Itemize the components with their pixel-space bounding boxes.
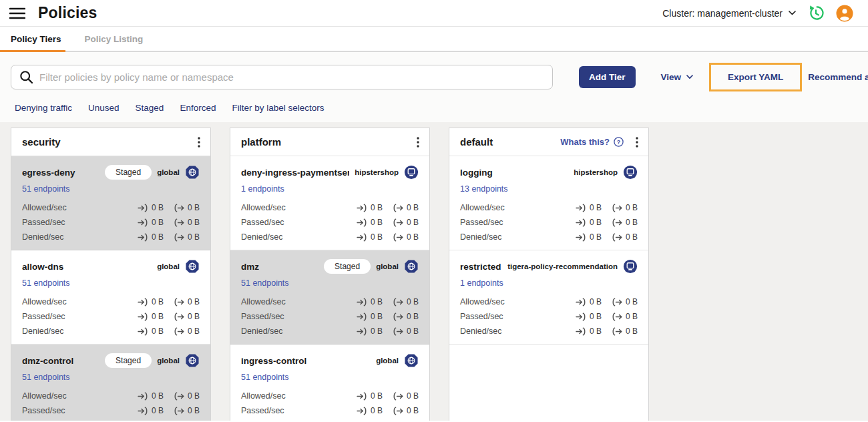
ingress-arrow-icon [357,392,367,401]
policy-name: allow-dns [22,262,152,272]
policy-card[interactable]: restricted tigera-policy-recommendation … [449,250,648,345]
policy-card[interactable]: dmz Staged global 51 endpoints Allowed/s… [230,250,429,345]
policy-search-box[interactable] [11,65,553,89]
policy-stat-row: Allowed/sec 0 B [241,200,419,215]
policy-name: logging [460,168,568,178]
ingress-arrow-icon [138,407,148,415]
tier-cards: deny-ingress-paymentservi… hipstershop 1… [230,156,429,421]
policy-card[interactable]: deny-ingress-paymentservi… hipstershop 1… [230,156,429,250]
ingress-arrow-icon [138,233,148,242]
egress-value: 0 B [188,406,200,415]
endpoints-link[interactable]: 1 endpoints [241,184,284,194]
stat-label: Passed/sec [22,218,65,227]
ingress-value: 0 B [590,312,602,321]
view-dropdown[interactable]: View [661,72,694,82]
user-avatar-icon[interactable] [836,5,853,22]
export-yaml-button[interactable]: Export YAML [711,65,800,89]
endpoints-link[interactable]: 51 endpoints [22,278,70,288]
kebab-menu-icon[interactable] [413,137,423,148]
filter-by-label-selectors[interactable]: Filter by label selectors [232,103,324,113]
stat-label: Denied/sec [22,232,64,242]
active-tab-underline [0,50,65,52]
recommend-policy-button[interactable]: Recommend a Policy [808,72,868,82]
stat-label: Allowed/sec [460,203,505,212]
add-tier-button[interactable]: Add Tier [579,66,636,88]
staged-badge: Staged [324,259,371,274]
endpoints-link[interactable]: 51 endpoints [241,373,289,382]
app-header: Policies Cluster: management-cluster [0,0,868,27]
whats-this-link[interactable]: Whats this? ? [560,137,624,147]
filter-staged[interactable]: Staged [136,103,164,113]
policy-stat-row: Denied/sec 0 B [460,230,638,244]
tab-policy-listing[interactable]: Policy Listing [85,34,144,44]
policy-stats: Allowed/sec 0 B [241,389,419,421]
egress-arrow-icon [612,218,622,227]
ingress-value: 0 B [371,312,383,321]
egress-arrow-icon [393,298,403,306]
endpoints-link[interactable]: 51 endpoints [22,373,70,382]
policy-stat-row: Denied/sec 0 B [241,324,419,339]
ingress-arrow-icon [576,327,586,336]
egress-value: 0 B [407,327,419,336]
endpoints-link[interactable]: 1 endpoints [460,278,503,288]
history-restore-icon[interactable] [807,5,825,22]
policy-card[interactable]: ingress-control global 51 endpoints Allo… [230,345,429,421]
filter-unused[interactable]: Unused [88,103,120,113]
policy-scope: hipstershop [574,168,618,176]
policy-stats: Allowed/sec 0 B [22,294,200,339]
policy-card[interactable]: dmz-control Staged global 51 endpoints A… [11,345,210,421]
tier-name: default [460,136,493,148]
egress-arrow-icon [174,407,184,415]
tier-header: platform [230,128,429,156]
tier-name: security [22,136,61,148]
policy-stats: Allowed/sec 0 B [460,294,638,339]
egress-value: 0 B [407,218,419,227]
policy-stat-row: Allowed/sec 0 B [241,294,419,309]
staged-badge: Staged [105,165,152,180]
tab-policy-tiers[interactable]: Policy Tiers [11,34,61,44]
policy-stat-row: Denied/sec 0 B [22,418,200,421]
export-yaml-highlight: Export YAML [709,63,802,91]
policy-card[interactable]: allow-dns global 51 endpoints Allowed/se… [11,250,210,345]
policy-name: dmz-control [22,356,99,366]
kebab-menu-icon[interactable] [194,137,204,148]
stat-label: Allowed/sec [22,391,67,401]
tab-bar: Policy Tiers Policy Listing [0,27,868,52]
egress-arrow-icon [174,312,184,321]
policy-stat-row: Passed/sec 0 B [460,215,638,230]
kebab-menu-icon[interactable] [632,137,642,148]
policy-card[interactable]: logging hipstershop 13 endpoints Allowed… [449,156,648,250]
cluster-selector[interactable]: Cluster: management-cluster [662,8,796,19]
tier-header: default Whats this? ? [449,128,648,156]
policy-stats: Allowed/sec 0 B [460,200,638,244]
global-scope-icon [185,259,200,274]
menu-icon[interactable] [9,7,25,19]
search-input[interactable] [39,71,546,83]
policy-stat-row: Passed/sec 0 B [241,309,419,324]
endpoints-link[interactable]: 13 endpoints [460,184,508,194]
endpoints-link[interactable]: 51 endpoints [241,278,289,288]
search-icon [19,70,33,84]
ingress-value: 0 B [590,327,602,336]
policy-card[interactable]: egress-deny Staged global 51 endpoints A… [11,156,210,250]
endpoints-link[interactable]: 51 endpoints [22,184,70,194]
ingress-value: 0 B [371,218,383,227]
egress-value: 0 B [407,312,419,321]
stat-label: Denied/sec [241,232,283,242]
egress-arrow-icon [174,298,184,306]
policy-scope: global [157,262,180,270]
stat-label: Passed/sec [241,218,284,227]
egress-value: 0 B [626,203,638,212]
svg-text:?: ? [617,139,621,146]
tier-column: security egress-deny Staged global [11,128,211,421]
ingress-arrow-icon [138,312,148,321]
filter-denying-traffic[interactable]: Denying traffic [15,103,72,113]
policy-stats: Allowed/sec 0 B [22,389,200,421]
filter-enforced[interactable]: Enforced [180,103,216,113]
policy-stat-row: Passed/sec 0 B [460,309,638,324]
tier-board: security egress-deny Staged global [0,122,868,421]
stat-label: Passed/sec [460,218,503,227]
egress-value: 0 B [188,297,200,306]
stat-label: Allowed/sec [241,203,286,212]
ingress-arrow-icon [357,298,367,306]
